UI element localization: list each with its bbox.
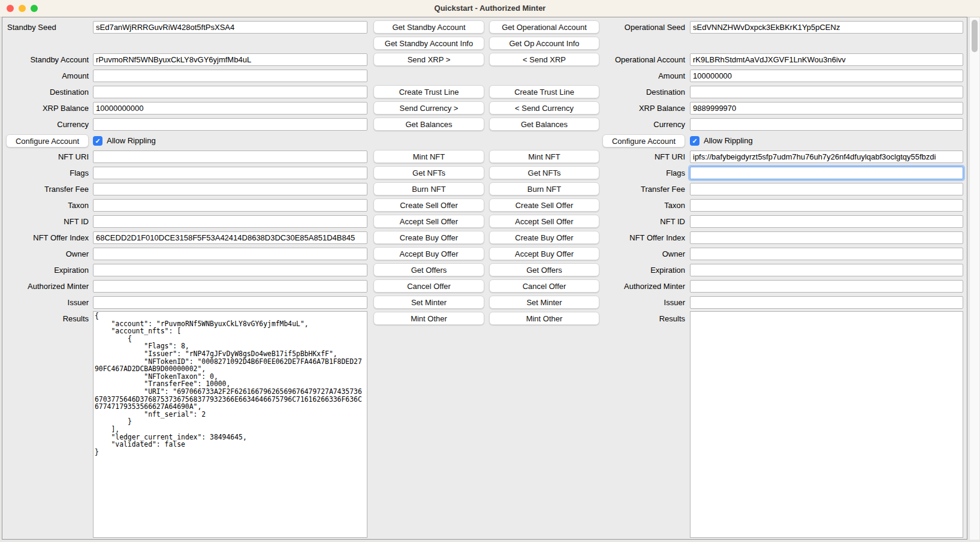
standby-allow-rippling-label: Allow Rippling <box>107 134 156 147</box>
standby-nft-id-input[interactable] <box>93 215 367 228</box>
burn-nft-standby-button[interactable]: Burn NFT <box>373 182 484 195</box>
standby-owner-label: Owner <box>4 248 89 260</box>
close-button[interactable] <box>7 5 14 12</box>
operational-allow-rippling-label: Allow Rippling <box>704 134 753 147</box>
standby-nft-uri-input[interactable] <box>93 150 367 163</box>
operational-xrp-balance-input[interactable]: 9889999970 <box>690 102 963 115</box>
create-sell-offer-standby-button[interactable]: Create Sell Offer <box>373 198 484 212</box>
operational-seed-label: Operational Seed <box>573 21 685 34</box>
get-op-account-info-button[interactable]: Get Op Account Info <box>489 37 599 50</box>
operational-transfer-fee-label: Transfer Fee <box>573 183 685 195</box>
standby-nft-uri-label: NFT URI <box>4 150 89 163</box>
window-title: Quickstart - Authorized Minter <box>0 0 980 17</box>
mint-nft-standby-button[interactable]: Mint NFT <box>373 150 484 163</box>
operational-account-label: Operational Account <box>573 53 685 66</box>
standby-nft-offer-index-label: NFT Offer Index <box>4 231 89 244</box>
standby-flags-label: Flags <box>4 167 89 179</box>
standby-results-textarea[interactable]: { "account": "rPuvmoRNf5WNByuxCkLY8vGY6y… <box>93 311 367 538</box>
operational-taxon-input[interactable] <box>690 199 963 212</box>
operational-destination-input[interactable] <box>690 86 963 98</box>
operational-nft-offer-index-label: NFT Offer Index <box>573 231 685 244</box>
operational-transfer-fee-input[interactable] <box>690 183 963 195</box>
send-xrp-standby-button[interactable]: Send XRP > <box>373 53 484 66</box>
vertical-scrollbar[interactable] <box>969 17 979 540</box>
get-standby-account-info-button[interactable]: Get Standby Account Info <box>373 37 484 50</box>
get-standby-account-button[interactable]: Get Standby Account <box>373 20 484 34</box>
standby-authorized-minter-label: Authorized Minter <box>4 280 89 293</box>
accept-buy-offer-standby-button[interactable]: Accept Buy Offer <box>373 247 484 260</box>
operational-xrp-balance-label: XRP Balance <box>573 102 685 115</box>
operational-flags-label: Flags <box>573 167 685 179</box>
configure-account-operational-button[interactable]: Configure Account <box>602 134 685 147</box>
send-currency-standby-button[interactable]: Send Currency > <box>373 101 484 115</box>
standby-currency-input[interactable] <box>93 118 367 131</box>
standby-seed-label: Standby Seed <box>4 21 92 34</box>
create-trust-line-standby-button[interactable]: Create Trust Line <box>373 85 484 98</box>
standby-results-label: Results <box>4 312 89 325</box>
operational-currency-input[interactable] <box>690 118 963 131</box>
operational-expiration-label: Expiration <box>573 264 685 276</box>
operational-account-input[interactable]: rK9LBRhStdmtAaVdJXGVF1LnKWou3n6ivv <box>690 53 963 66</box>
operational-amount-input[interactable]: 100000000 <box>690 70 963 82</box>
standby-destination-input[interactable] <box>93 86 367 98</box>
standby-seed-input[interactable]: sEd7anWjRRRGuvRiW428ot5ftPsXSA4 <box>93 21 367 34</box>
standby-issuer-input[interactable] <box>93 296 367 309</box>
standby-allow-rippling-checkbox[interactable] <box>93 136 102 146</box>
operational-destination-label: Destination <box>573 86 685 98</box>
operational-allow-rippling-checkbox[interactable] <box>690 136 699 146</box>
standby-authorized-minter-input[interactable] <box>93 280 367 293</box>
zoom-button[interactable] <box>31 5 38 12</box>
standby-amount-label: Amount <box>4 70 89 82</box>
scrollbar-thumb[interactable] <box>972 20 978 52</box>
operational-expiration-input[interactable] <box>690 264 963 276</box>
standby-currency-label: Currency <box>4 118 89 131</box>
set-minter-standby-button[interactable]: Set Minter <box>373 296 484 309</box>
checkmark-icon <box>93 136 102 146</box>
operational-currency-label: Currency <box>573 118 685 131</box>
operational-nft-offer-index-input[interactable] <box>690 231 963 244</box>
create-buy-offer-standby-button[interactable]: Create Buy Offer <box>373 231 484 244</box>
operational-owner-label: Owner <box>573 248 685 260</box>
operational-amount-label: Amount <box>573 70 685 82</box>
minimize-button[interactable] <box>19 5 26 12</box>
standby-xrp-balance-label: XRP Balance <box>4 102 89 115</box>
get-offers-standby-button[interactable]: Get Offers <box>373 263 484 276</box>
standby-destination-label: Destination <box>4 86 89 98</box>
standby-flags-input[interactable] <box>93 167 367 179</box>
standby-owner-input[interactable] <box>93 248 367 260</box>
operational-taxon-label: Taxon <box>573 199 685 212</box>
checkmark-icon <box>690 136 699 146</box>
operational-authorized-minter-label: Authorized Minter <box>573 280 685 293</box>
standby-nft-id-label: NFT ID <box>4 215 89 228</box>
get-nfts-standby-button[interactable]: Get NFTs <box>373 166 484 179</box>
standby-transfer-fee-input[interactable] <box>93 183 367 195</box>
operational-flags-input[interactable] <box>690 167 963 179</box>
standby-transfer-fee-label: Transfer Fee <box>4 183 89 195</box>
accept-sell-offer-standby-button[interactable]: Accept Sell Offer <box>373 215 484 228</box>
standby-account-label: Standby Account <box>4 53 89 66</box>
operational-seed-input[interactable]: sEdVNNZHWvDxpck3EkBKrK1Yp5pCENz <box>690 21 963 34</box>
operational-issuer-input[interactable] <box>690 296 963 309</box>
configure-account-standby-button[interactable]: Configure Account <box>6 134 89 147</box>
standby-xrp-balance-input[interactable]: 10000000000 <box>93 102 367 115</box>
operational-results-textarea[interactable] <box>690 311 963 538</box>
operational-authorized-minter-input[interactable] <box>690 280 963 293</box>
operational-nft-uri-input[interactable]: ipfs://bafybeigdyrzt5sfp7udm7hu76uh7y26n… <box>690 150 963 163</box>
get-balances-standby-button[interactable]: Get Balances <box>373 118 484 131</box>
standby-amount-input[interactable] <box>93 70 367 82</box>
operational-nft-id-input[interactable] <box>690 215 963 228</box>
standby-expiration-input[interactable] <box>93 264 367 276</box>
standby-expiration-label: Expiration <box>4 264 89 276</box>
standby-taxon-input[interactable] <box>93 199 367 212</box>
operational-nft-uri-label: NFT URI <box>573 150 685 163</box>
operational-issuer-label: Issuer <box>573 296 685 309</box>
standby-account-input[interactable]: rPuvmoRNf5WNByuxCkLY8vGY6yjmfMb4uL <box>93 53 367 66</box>
operational-owner-input[interactable] <box>690 248 963 260</box>
operational-results-label: Results <box>573 312 685 325</box>
standby-nft-offer-index-input[interactable]: 68CEDD2D1F010DCE3158F5F53A42414D8638D3DC… <box>93 231 367 244</box>
standby-taxon-label: Taxon <box>4 199 89 212</box>
standby-issuer-label: Issuer <box>4 296 89 309</box>
mint-other-standby-button[interactable]: Mint Other <box>373 312 484 325</box>
cancel-offer-standby-button[interactable]: Cancel Offer <box>373 279 484 293</box>
operational-nft-id-label: NFT ID <box>573 215 685 228</box>
